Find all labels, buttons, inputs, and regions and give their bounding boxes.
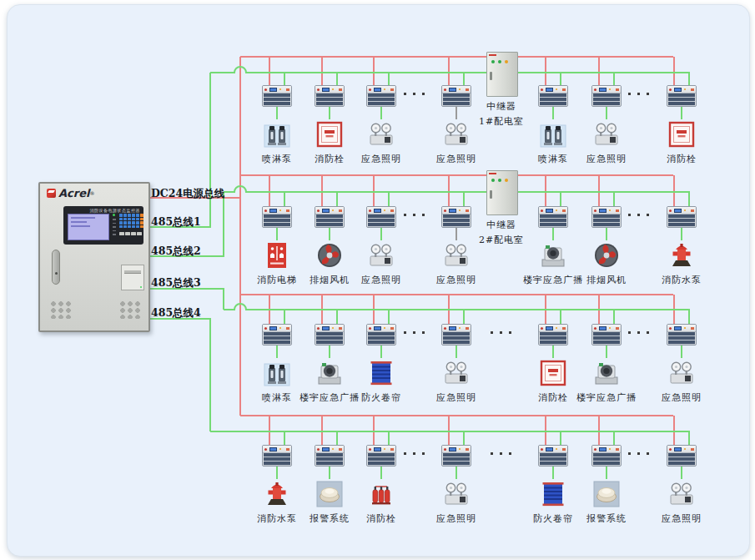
hydrant-box-icon (538, 358, 568, 388)
power-monitor-module (441, 85, 471, 107)
registered-mark: ® (89, 190, 94, 196)
function-keys[interactable] (119, 232, 142, 235)
power-monitor-module (441, 445, 471, 467)
device-label: 报警系统 (565, 512, 648, 525)
device-label: 消防栓 (640, 153, 723, 165)
power-monitor-module (366, 206, 396, 228)
bus-label: 485总线2 (151, 245, 201, 259)
power-monitor-module (591, 445, 622, 467)
bus-label: 485总线1 (151, 215, 201, 230)
ellipsis-dots (404, 331, 425, 334)
extinguishers-icon (366, 479, 396, 509)
ellipsis-dots (628, 452, 649, 455)
power-monitor-module (315, 206, 345, 228)
power-monitor-module (538, 445, 568, 467)
fire-pump-icon (667, 240, 697, 270)
smoke-detector-icon (591, 479, 622, 509)
device-label: 楼宇应急广播 (565, 391, 648, 404)
acrel-logo-icon (47, 189, 56, 198)
fire-pump-icon (262, 479, 292, 509)
smoke-detector-icon (315, 479, 345, 509)
fire-power-monitoring-diagram: Acrel ® 消防设备电源状态监控器 DC24电源总线485总线1485总线2… (0, 0, 755, 560)
emergency-light-icon (441, 358, 471, 388)
device-label: 应急照明 (340, 153, 423, 165)
pump-icon (538, 119, 568, 149)
bus-label: 485总线3 (151, 276, 201, 290)
ellipsis-dots (404, 93, 425, 95)
power-monitor-module (591, 85, 622, 107)
power-monitor-module (315, 324, 345, 346)
vent-grille (50, 300, 73, 319)
power-monitor-module (315, 445, 345, 467)
ellipsis-dots (628, 331, 649, 334)
device-label: 排烟风机 (565, 274, 648, 286)
device-label: 应急照明 (640, 391, 723, 404)
power-monitor-module (262, 445, 292, 467)
bezel-title: 消防设备电源状态监控器 (90, 208, 141, 213)
printer-slot (124, 270, 141, 274)
power-monitor-module (315, 85, 345, 107)
repeater-cabinet (486, 170, 518, 215)
ellipsis-dots (628, 93, 649, 95)
acrel-monitor-cabinet: Acrel ® 消防设备电源状态监控器 (38, 182, 150, 332)
acrel-logo: Acrel ® (47, 187, 94, 199)
fire-elevator-icon (262, 240, 292, 270)
device-label: 消防栓 (340, 512, 423, 525)
device-label: 消防水泵 (640, 274, 723, 286)
power-monitor-module (366, 445, 396, 467)
ellipsis-dots (404, 452, 425, 455)
repeater-label: 中继器 (470, 219, 533, 231)
pump-icon (262, 358, 292, 388)
device-label: 应急照明 (415, 153, 498, 165)
device-label: 应急照明 (415, 391, 498, 404)
hydrant-box-icon (667, 119, 697, 149)
power-monitor-module (591, 206, 622, 228)
brand-name: Acrel (58, 187, 89, 199)
keypad[interactable] (119, 214, 143, 228)
broadcast-speaker-icon (315, 358, 345, 388)
exhaust-fan-icon (315, 240, 345, 270)
power-monitor-module (262, 85, 292, 107)
exhaust-fan-icon (591, 240, 622, 270)
repeater-cabinet (486, 52, 518, 97)
hydrant-box-icon (315, 119, 345, 149)
device-label: 应急照明 (415, 274, 498, 286)
broadcast-speaker-icon (591, 358, 622, 388)
bus-label: DC24电源总线 (151, 187, 224, 201)
emergency-light-icon (441, 479, 471, 509)
indicator-leds (113, 214, 117, 238)
power-monitor-module (262, 206, 292, 228)
fire-shutter-icon (366, 358, 396, 388)
door-handle[interactable] (52, 250, 60, 285)
repeater-label: 中继器 (470, 100, 533, 113)
bus-label: 485总线4 (151, 306, 201, 320)
ellipsis-dots (491, 452, 511, 455)
device-label: 应急照明 (415, 512, 498, 525)
power-monitor-module (262, 324, 292, 346)
device-label: 应急照明 (340, 274, 423, 286)
emergency-light-icon (441, 119, 471, 149)
broadcast-speaker-icon (538, 240, 568, 270)
printer (121, 265, 144, 290)
power-monitor-module (667, 324, 697, 346)
emergency-light-icon (366, 119, 396, 149)
power-monitor-module (667, 445, 697, 467)
monitor-display-bezel: 消防设备电源状态监控器 (63, 206, 143, 245)
ellipsis-dots (628, 214, 649, 216)
power-monitor-module (366, 324, 396, 346)
power-monitor-module (366, 85, 396, 107)
ellipsis-dots (404, 214, 425, 216)
power-monitor-module (591, 324, 622, 346)
ellipsis-dots (491, 331, 511, 334)
power-monitor-module (538, 324, 568, 346)
emergency-light-icon (441, 240, 471, 270)
emergency-light-icon (366, 240, 396, 270)
power-monitor-module (538, 85, 568, 107)
power-monitor-module (441, 324, 471, 346)
power-monitor-module (667, 85, 697, 107)
pump-icon (262, 119, 292, 149)
fire-shutter-icon (538, 479, 568, 509)
lcd-screen (68, 214, 109, 240)
device-label: 应急照明 (640, 512, 723, 525)
power-monitor-module (538, 206, 568, 228)
